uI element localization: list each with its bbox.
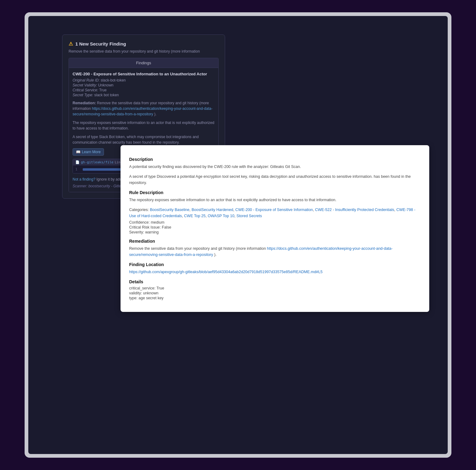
finding-original-rule-id: Original Rule ID: slack-bot-token [73, 78, 215, 82]
finding-critical-service: Critical Service: True [73, 88, 215, 92]
details-title: Details [129, 279, 421, 284]
finding-location-link-wrapper: https://github.com/apexgroup/gh-gitleaks… [129, 269, 421, 275]
finding-location-title: Finding Location [129, 262, 421, 267]
description-panel: Description A potential security finding… [121, 145, 429, 312]
not-a-finding-link[interactable]: Not a finding? [73, 177, 95, 181]
category-link-cwe522[interactable]: CWE-522 - Insufficiently Protected Crede… [315, 208, 395, 212]
finding-desc2: A secret of type Slack Bot token, which … [73, 134, 215, 145]
book-icon: 📖 [76, 150, 81, 154]
category-link-owasp[interactable]: OWASP Top 10 [208, 214, 234, 218]
rule-description-text: The repository exposes sensitive informa… [129, 197, 421, 203]
finding-remediation: Remediation: Remove the sensitive data f… [73, 100, 215, 117]
finding-desc1: The repository exposes sensitive informa… [73, 120, 215, 131]
finding-title: CWE-200 - Exposure of Sensitive Informat… [73, 72, 215, 76]
description-section: Description A potential security finding… [129, 157, 421, 186]
finding-location-link[interactable]: https://github.com/apexgroup/gh-gitleaks… [129, 270, 323, 274]
category-link-cwetop25[interactable]: CWE Top 25 [184, 214, 206, 218]
rule-severity: Severity: warning [129, 230, 421, 234]
file-icon: 📄 [75, 160, 80, 164]
detail-row-critical-service: critical_service: True [129, 286, 421, 290]
findings-table-header: Findings [69, 58, 218, 68]
remediation-text: Remove the sensitive data from your repo… [129, 245, 421, 258]
finding-secret-validity: Secret Validity: Unknown [73, 83, 215, 87]
category-link-baseline[interactable]: BoostSecurity Baseline [150, 208, 189, 212]
finding-secret-type: Secret Type: slack bot token [73, 93, 215, 97]
code-file-link[interactable]: gh-gitleaks/file [81, 160, 113, 164]
remediation-link[interactable]: https://docs.github.com/en/authenticatio… [73, 106, 212, 116]
remediation-section: Remediation Remove the sensitive data fr… [129, 239, 421, 258]
learn-more-button[interactable]: 📖 Learn More [73, 148, 104, 156]
warning-icon: ⚠ [69, 41, 73, 47]
rule-confidence: Confidence: medium [129, 220, 421, 225]
card-title: ⚠ 1 New Security Finding [69, 41, 219, 47]
detail-row-validity: validity: unknown [129, 291, 421, 295]
rule-description-section: Rule Description The repository exposes … [129, 190, 421, 234]
description-para2: A secret of type Discovered a potential … [129, 173, 421, 186]
category-link-stored[interactable]: Stored Secrets [236, 214, 262, 218]
outer-frame: ⚠ 1 New Security Finding Remove the sens… [25, 12, 451, 458]
remediation-title: Remediation [129, 239, 421, 244]
finding-location-section: Finding Location https://github.com/apex… [129, 262, 421, 275]
description-para1: A potential security finding was discove… [129, 164, 421, 170]
line-number: 1 [75, 167, 80, 171]
detail-row-type: type: age secret key [129, 296, 421, 300]
rule-description-title: Rule Description [129, 190, 421, 195]
category-link-hardened[interactable]: BoostSecurity Hardened [192, 208, 233, 212]
category-link-cwe200[interactable]: CWE-200 - Exposure of Sensitive Informat… [235, 208, 313, 212]
description-title: Description [129, 157, 421, 162]
rule-categories: Categories: BoostSecurity Baseline, Boos… [129, 207, 421, 219]
card-subtitle: Remove the sensitive data from your repo… [69, 49, 219, 54]
rule-critical-risk: Critical Risk Issue: False [129, 225, 421, 229]
inner-frame: ⚠ 1 New Security Finding Remove the sens… [28, 16, 448, 454]
details-section: Details critical_service: True validity:… [129, 279, 421, 300]
